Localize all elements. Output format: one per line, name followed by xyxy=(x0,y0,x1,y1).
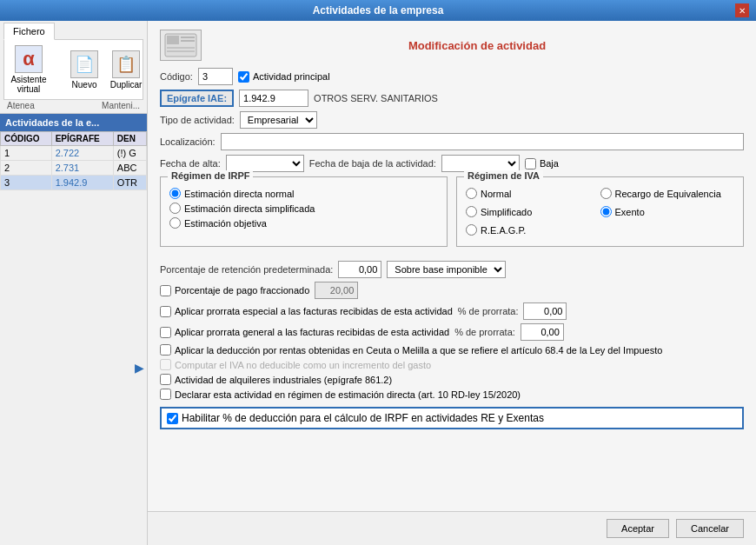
alquileres-label: Actividad de alquileres industriales (ep… xyxy=(175,375,392,385)
deduccion-ceuta-checkbox[interactable] xyxy=(160,344,171,356)
section-manteni: Manteni... xyxy=(102,101,140,110)
irpf-option-2[interactable]: Estimación directa simplificada xyxy=(169,203,438,214)
alquileres-label-row[interactable]: Actividad de alquileres industriales (ep… xyxy=(160,374,392,385)
actividad-principal-checkbox[interactable] xyxy=(238,71,249,83)
main-window: Fichero α Asistentevirtual 📄 Nuevo 📋 Dup… xyxy=(0,21,756,545)
irpf-radio-2[interactable] xyxy=(169,203,181,214)
prorrata-especial-checkbox[interactable] xyxy=(160,306,171,317)
table-row[interactable]: 3 1.942.9 OTR xyxy=(1,176,147,190)
pago-fraccionado-input[interactable] xyxy=(315,282,358,299)
section-atenea: Atenea xyxy=(7,101,35,110)
irpf-radio-1[interactable] xyxy=(169,188,181,199)
row1-epigrafe: 2.722 xyxy=(51,146,113,161)
iva-option-normal[interactable]: Normal xyxy=(466,188,600,199)
habilitar-row[interactable]: Habilitar % de deducción para el cálculo… xyxy=(160,407,744,429)
dialog-area: Modificación de actividad Código: Activi… xyxy=(148,21,756,545)
pago-fraccionado-label: Porcentaje de pago fraccionado xyxy=(175,285,309,296)
ribbon-btn-nuevo[interactable]: 📄 Nuevo xyxy=(67,49,102,91)
habilitar-checkbox[interactable] xyxy=(167,413,178,424)
row1-codigo: 1 xyxy=(1,146,52,161)
row3-codigo: 3 xyxy=(1,176,52,190)
irpf-label-3: Estimación objetiva xyxy=(184,218,267,229)
computar-iva-label-row[interactable]: Computar el IVA no deducible como un inc… xyxy=(160,359,431,370)
prorrata-especial-input[interactable] xyxy=(523,302,567,320)
side-table: CÓDIGO EPÍGRAFE DEN 1 2.722 (!) G 2 2.73… xyxy=(0,131,147,190)
prorrata-especial-label-row[interactable]: Aplicar prorrata especial a las facturas… xyxy=(160,306,453,317)
computar-iva-checkbox[interactable] xyxy=(160,359,171,370)
aceptar-button[interactable]: Aceptar xyxy=(607,519,669,538)
actividad-principal-checkbox-row[interactable]: Actividad principal xyxy=(238,71,330,83)
ribbon-tabs: Fichero xyxy=(3,23,143,39)
tipo-actividad-select[interactable]: Empresarial xyxy=(240,111,317,129)
prorrata-general-input[interactable] xyxy=(521,323,564,341)
iva-label-reagp: R.E.A.G.P. xyxy=(481,225,526,236)
epigrafe-row: Epígrafe IAE: OTROS SERV. SANITARIOS xyxy=(160,90,744,107)
ribbon-btn-asistente[interactable]: α Asistentevirtual xyxy=(11,43,46,96)
irpf-label-2: Estimación directa simplificada xyxy=(184,203,315,214)
sobre-select[interactable]: Sobre base imponible xyxy=(387,261,506,278)
estimacion-directa-label-row[interactable]: Declarar esta actividad en régimen de es… xyxy=(160,389,521,400)
irpf-option-1[interactable]: Estimación directa normal xyxy=(169,188,438,199)
iva-option-recargo[interactable]: Recargo de Equivalencia xyxy=(600,188,735,199)
fecha-baja-select[interactable] xyxy=(441,155,520,172)
codigo-label: Código: xyxy=(160,71,193,82)
epigrafe-input[interactable] xyxy=(239,90,308,107)
iva-radio-reagp[interactable] xyxy=(466,224,477,236)
prorrata-general-label: Aplicar prorrata general a las facturas … xyxy=(175,327,449,337)
deduccion-ceuta-label-row[interactable]: Aplicar la deducción por rentas obtenida… xyxy=(160,344,662,356)
iva-radio-recargo[interactable] xyxy=(600,188,612,199)
title-bar: Actividades de la empresa ✕ xyxy=(0,0,756,21)
col-codigo: CÓDIGO xyxy=(1,132,52,146)
cancelar-button[interactable]: Cancelar xyxy=(676,519,744,538)
habilitar-label: Habilitar % de deducción para el cálculo… xyxy=(182,412,544,424)
table-row[interactable]: 1 2.722 (!) G xyxy=(1,146,147,161)
computar-iva-label: Computar el IVA no deducible como un inc… xyxy=(175,360,431,370)
iva-option-simplificado[interactable]: Simplificado xyxy=(466,206,600,217)
iva-option-reagp[interactable]: R.E.A.G.P. xyxy=(466,224,600,236)
pago-fraccionado-label-row[interactable]: Porcentaje de pago fraccionado xyxy=(160,285,309,296)
dialog-header: Modificación de actividad xyxy=(160,30,744,61)
alquileres-checkbox[interactable] xyxy=(160,374,171,385)
row3-epigrafe: 1.942.9 xyxy=(51,176,113,190)
prorrata-general-pct-label: % de prorrata: xyxy=(454,327,515,337)
nuevo-label: Nuevo xyxy=(72,80,97,90)
baja-checkbox[interactable] xyxy=(525,158,536,169)
iva-option-exento[interactable]: Exento xyxy=(600,206,735,217)
col-epigrafe: EPÍGRAFE xyxy=(51,132,113,146)
alquileres-row: Actividad de alquileres industriales (ep… xyxy=(160,374,744,385)
retencion-input[interactable] xyxy=(338,261,381,278)
row2-epigrafe: 2.731 xyxy=(51,161,113,176)
duplicar-label: Duplicar xyxy=(110,80,143,90)
iva-label-simplificado: Simplificado xyxy=(481,207,532,217)
prorrata-general-label-row[interactable]: Aplicar prorrata general a las facturas … xyxy=(160,327,449,338)
pago-fraccionado-checkbox[interactable] xyxy=(160,285,171,296)
localizacion-label: Localización: xyxy=(160,136,216,147)
fecha-alta-select[interactable] xyxy=(226,155,304,172)
tipo-actividad-label: Tipo de actividad: xyxy=(160,115,235,125)
ribbon-btn-duplicar[interactable]: 📋 Duplicar xyxy=(109,49,143,91)
baja-checkbox-row[interactable]: Baja xyxy=(525,158,559,169)
iva-radio-normal[interactable] xyxy=(466,188,477,199)
collapse-arrow[interactable]: ▶ xyxy=(133,361,145,375)
groups-row: Régimen de IRPF Estimación directa norma… xyxy=(160,176,744,254)
localizacion-row: Localización: xyxy=(160,133,744,150)
irpf-option-3[interactable]: Estimación objetiva xyxy=(169,217,438,229)
close-button[interactable]: ✕ xyxy=(735,3,749,17)
iva-radio-simplificado[interactable] xyxy=(466,206,477,217)
epigrafe-button[interactable]: Epígrafe IAE: xyxy=(160,90,234,107)
ribbon: Fichero α Asistentevirtual 📄 Nuevo 📋 Dup… xyxy=(0,21,147,114)
localizacion-input[interactable] xyxy=(221,133,744,150)
estimacion-directa-checkbox[interactable] xyxy=(160,389,171,400)
asistente-label: Asistentevirtual xyxy=(10,75,46,94)
baja-label: Baja xyxy=(540,158,559,169)
codigo-input[interactable] xyxy=(198,68,233,85)
fechas-row: Fecha de alta: Fecha de baja de la activ… xyxy=(160,155,744,172)
iva-group: Régimen de IVA Normal Recargo de Equival… xyxy=(456,176,744,247)
tab-fichero[interactable]: Fichero xyxy=(3,23,55,40)
prorrata-general-checkbox[interactable] xyxy=(160,327,171,338)
table-row[interactable]: 2 2.731 ABC xyxy=(1,161,147,176)
computar-iva-row: Computar el IVA no deducible como un inc… xyxy=(160,359,744,370)
irpf-radio-3[interactable] xyxy=(169,217,181,229)
iva-radio-exento[interactable] xyxy=(600,206,612,217)
iva-group-title: Régimen de IVA xyxy=(464,170,543,181)
